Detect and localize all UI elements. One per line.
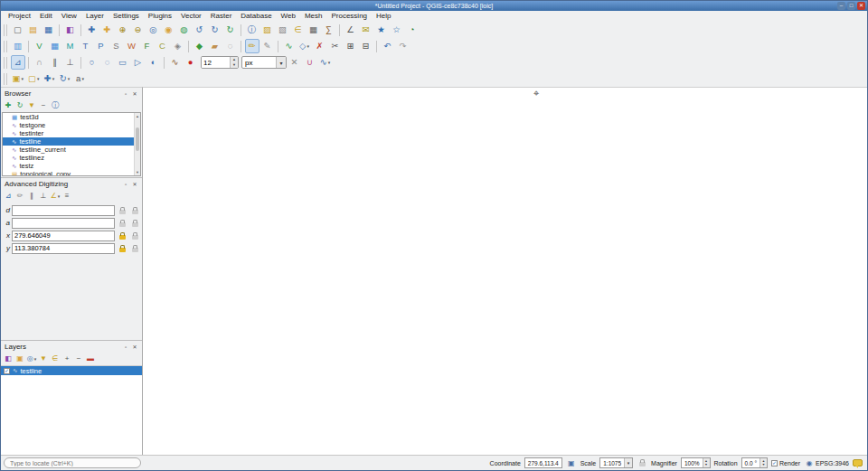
- cad-settings-icon[interactable]: ≡: [61, 191, 72, 202]
- layers-float-icon[interactable]: ▫: [122, 344, 129, 351]
- temporal-controller-icon[interactable]: ◔: [405, 23, 420, 37]
- ellipse-icon[interactable]: ◐: [146, 55, 161, 70]
- add-wms-layer-icon[interactable]: W: [125, 39, 139, 53]
- add-postgis-layer-icon[interactable]: P: [94, 39, 108, 53]
- stream-tolerance-input[interactable]: [202, 57, 230, 68]
- cad-y-input[interactable]: [12, 243, 115, 254]
- browser-float-icon[interactable]: ▫: [122, 90, 129, 98]
- filter-by-expression-icon[interactable]: ∈: [50, 353, 61, 364]
- pin-labels-icon[interactable]: ▣▾: [11, 71, 26, 86]
- render-toggle[interactable]: ✓ Render: [771, 460, 800, 466]
- zoom-to-layer-icon[interactable]: ◍: [177, 23, 192, 37]
- style-manager-icon[interactable]: ◧: [63, 23, 78, 37]
- zoom-next-icon[interactable]: ↻: [208, 23, 222, 37]
- add-line-feature-icon[interactable]: ∿: [282, 39, 297, 53]
- menu-vector[interactable]: Vector: [176, 11, 206, 22]
- data-source-manager-icon[interactable]: ▥: [11, 39, 25, 53]
- browser-item-testline_current[interactable]: ∿testline_current: [3, 146, 134, 154]
- move-label-icon[interactable]: ✚▾: [42, 71, 57, 86]
- change-label-properties-icon[interactable]: a▾: [73, 71, 88, 86]
- close-button[interactable]: ✕: [857, 2, 865, 10]
- render-checkbox[interactable]: ✓: [771, 460, 778, 466]
- expand-all-icon[interactable]: +: [61, 353, 72, 364]
- toolbar-handle[interactable]: [4, 73, 7, 85]
- minimize-button[interactable]: –: [837, 2, 845, 10]
- browser-item-testline[interactable]: ∿testline: [3, 137, 134, 146]
- add-spatialite-layer-icon[interactable]: S: [109, 39, 124, 53]
- rotation-spin-arrows[interactable]: ▲▼: [760, 458, 767, 467]
- new-shapefile-layer-icon[interactable]: ▰: [208, 39, 222, 53]
- undo-icon[interactable]: ↶: [381, 39, 395, 53]
- open-attribute-table-icon[interactable]: ▦: [307, 23, 321, 37]
- manage-map-themes-icon[interactable]: ◎▾: [26, 353, 37, 364]
- enable-advanced-digitizing-icon[interactable]: ⊿: [11, 55, 25, 70]
- measure-line-icon[interactable]: ∠: [344, 23, 358, 37]
- maximize-button[interactable]: □: [847, 2, 855, 10]
- spin-down-icon[interactable]: ▼: [704, 463, 707, 466]
- menu-project[interactable]: Project: [4, 11, 35, 22]
- toggle-extents-icon[interactable]: ▣: [566, 457, 577, 468]
- lock-scale-icon[interactable]: [637, 457, 647, 468]
- rotate-label-icon[interactable]: ↻▾: [58, 71, 72, 86]
- zoom-in-icon[interactable]: ⊕: [116, 23, 130, 37]
- regular-polygon-icon[interactable]: ▷: [131, 55, 146, 70]
- remove-layer-icon[interactable]: ▬: [85, 353, 96, 364]
- toolbar-handle[interactable]: [4, 41, 7, 52]
- cut-features-icon[interactable]: ✂: [328, 39, 343, 53]
- browser-scrollbar[interactable]: ▲ ▼: [134, 113, 140, 175]
- save-layer-edits-icon[interactable]: ✎: [260, 39, 275, 53]
- trace-icon[interactable]: ∿: [168, 55, 183, 70]
- add-group-icon[interactable]: ▣: [14, 353, 25, 364]
- cad-parallel-icon[interactable]: ∥: [26, 191, 37, 202]
- scale-combo[interactable]: 1:1075 ▾: [599, 457, 633, 468]
- show-bookmarks-icon[interactable]: ☆: [390, 23, 404, 37]
- redo-icon[interactable]: ↷: [396, 39, 410, 53]
- messages-icon[interactable]: [853, 459, 863, 466]
- cad-y-lock-button[interactable]: [117, 243, 127, 254]
- browser-item-testz[interactable]: ∿testz: [3, 162, 134, 170]
- add-virtual-layer-icon[interactable]: ◈: [171, 39, 185, 53]
- menu-web[interactable]: Web: [277, 11, 300, 22]
- menu-help[interactable]: Help: [372, 11, 395, 22]
- pan-to-selection-icon[interactable]: ✚: [100, 23, 115, 37]
- field-calculator-icon[interactable]: ∑: [322, 23, 336, 37]
- new-bookmark-icon[interactable]: ★: [374, 23, 389, 37]
- spin-arrows[interactable]: ▲▼: [230, 57, 238, 68]
- layer-item-testline[interactable]: ✓∿testline: [1, 366, 142, 375]
- circle-3points-icon[interactable]: ◌: [100, 55, 115, 70]
- magnifier-spin-arrows[interactable]: ▲▼: [703, 458, 710, 467]
- deselect-features-icon[interactable]: ▧: [276, 23, 290, 37]
- cad-distance-input[interactable]: [12, 205, 115, 216]
- spin-down-icon[interactable]: ▼: [762, 463, 765, 466]
- cad-enable-icon[interactable]: ⊿: [3, 191, 14, 202]
- browser-item-topological_copy[interactable]: ▤topological_copy: [3, 170, 134, 176]
- cad-distance-repeat-lock-button[interactable]: [129, 205, 140, 216]
- pan-map-icon[interactable]: ✚: [85, 23, 99, 37]
- cad-angle-input[interactable]: [12, 218, 115, 229]
- cad-x-repeat-lock-button[interactable]: [129, 231, 140, 241]
- menu-view[interactable]: View: [57, 11, 81, 22]
- scroll-down-icon[interactable]: ▼: [135, 169, 140, 175]
- cad-angle-lock-button[interactable]: [117, 218, 127, 229]
- coordinate-value[interactable]: 279.6,113.4: [524, 457, 562, 468]
- advanced-digitizing-float-icon[interactable]: ▫: [122, 181, 129, 188]
- open-layer-styling-icon[interactable]: ◧: [3, 353, 14, 364]
- scale-dropdown-icon[interactable]: ▾: [624, 458, 632, 467]
- add-raster-layer-icon[interactable]: ▦: [48, 39, 62, 53]
- stream-digitizing-icon[interactable]: ●: [184, 55, 198, 70]
- menu-raster[interactable]: Raster: [206, 11, 237, 22]
- identify-features-icon[interactable]: ⓘ: [245, 23, 259, 37]
- add-delimited-text-layer-icon[interactable]: T: [79, 39, 93, 53]
- new-project-icon[interactable]: ▢: [11, 23, 25, 37]
- crs-button[interactable]: ◉ EPSG:3946: [804, 457, 849, 468]
- highlight-pinned-labels-icon[interactable]: ▢▾: [26, 71, 42, 86]
- cad-x-lock-button[interactable]: [117, 231, 127, 241]
- parallel-constraint-icon[interactable]: ∥: [48, 55, 62, 70]
- tracing-options-icon[interactable]: ∿▾: [318, 55, 333, 70]
- cad-distance-lock-button[interactable]: [117, 205, 127, 216]
- add-wcs-layer-icon[interactable]: C: [156, 39, 170, 53]
- scrollbar-thumb[interactable]: [136, 127, 139, 151]
- browser-item-test3d[interactable]: ▦test3d: [3, 113, 134, 121]
- copy-features-icon[interactable]: ⊞: [344, 39, 358, 53]
- browser-item-testinter[interactable]: ∿testinter: [3, 129, 134, 137]
